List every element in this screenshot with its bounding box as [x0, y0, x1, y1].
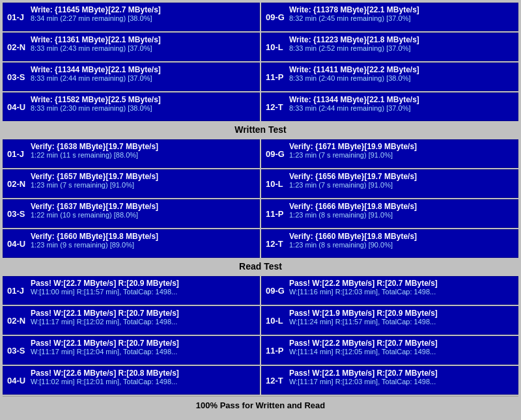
pass-section: 01-JPass! W:[22.7 MByte/s] R:[20.9 MByte…: [3, 276, 518, 395]
cell-line2: 8:33 min (2:43 min remaining) [37.0%]: [31, 44, 255, 52]
cell-12-t: 12-TVerify: {1660 MByte}[19.8 MByte/s]1:…: [261, 229, 518, 258]
cell-line1: Pass! W:[22.1 MByte/s] R:[20.7 MByte/s]: [31, 309, 255, 318]
written-test-header: Written Test: [3, 121, 518, 138]
cell-line1: Write: {11378 MByte}[22.1 MByte/s]: [289, 5, 514, 14]
cell-line1: Write: {11645 MByte}[22.7 MByte/s]: [31, 5, 255, 14]
cell-02-n: 02-NWrite: {11361 MByte}[22.1 MByte/s]8:…: [3, 33, 260, 61]
verify-grid: 01-JVerify: {1638 MByte}[19.7 MByte/s]1:…: [3, 139, 518, 258]
cell-device-id: 11-P: [266, 72, 289, 82]
cell-line1: Pass! W:[22.1 MByte/s] R:[20.7 MByte/s]: [289, 369, 514, 378]
cell-device-id: 12-T: [266, 239, 289, 249]
write-grid: 01-JWrite: {11645 MByte}[22.7 MByte/s]8:…: [3, 3, 518, 121]
cell-line1: Verify: {1671 MByte}[19.9 MByte/s]: [289, 142, 514, 151]
cell-12-t: 12-TPass! W:[22.1 MByte/s] R:[20.7 MByte…: [261, 366, 518, 395]
cell-10-l: 10-LWrite: {11223 MByte}[21.8 MByte/s]8:…: [261, 33, 518, 61]
cell-device-id: 11-P: [266, 346, 289, 356]
cell-device-id: 02-N: [7, 179, 31, 189]
cell-line2: 1:22 min (11 s remaining) [88.0%]: [31, 151, 255, 159]
cell-09-g: 09-GVerify: {1671 MByte}[19.9 MByte/s]1:…: [261, 139, 518, 168]
cell-line2: 8:33 min (2:44 min remaining) [37.0%]: [31, 74, 255, 82]
main-container: 01-JWrite: {11645 MByte}[22.7 MByte/s]8:…: [0, 0, 521, 417]
cell-device-id: 10-L: [266, 42, 289, 52]
cell-device-id: 03-S: [7, 346, 31, 356]
cell-line1: Verify: {1660 MByte}[19.8 MByte/s]: [289, 232, 514, 241]
cell-line2: W:[11:24 min] R:[11:57 min], TotalCap: 1…: [289, 318, 514, 326]
cell-line1: Verify: {1660 MByte}[19.8 MByte/s]: [31, 232, 255, 241]
cell-device-id: 04-U: [7, 376, 31, 385]
footer-status: 100% Pass for Written and Read: [3, 396, 518, 414]
cell-10-l: 10-LPass! W:[21.9 MByte/s] R:[20.9 MByte…: [261, 306, 518, 335]
cell-device-id: 01-J: [7, 286, 31, 296]
cell-line2: W:[11:17 min] R:[12:02 min], TotalCap: 1…: [31, 318, 255, 326]
cell-device-id: 03-S: [7, 209, 31, 219]
cell-02-n: 02-NVerify: {1657 MByte}[19.7 MByte/s]1:…: [3, 169, 260, 198]
cell-device-id: 03-S: [7, 72, 31, 82]
cell-device-id: 02-N: [7, 42, 31, 52]
cell-line2: W:[11:17 min] R:[12:04 min], TotalCap: 1…: [31, 348, 255, 356]
cell-line2: 8:32 min (2:45 min remaining) [37.0%]: [289, 14, 514, 22]
cell-line1: Verify: {1656 MByte}[19.7 MByte/s]: [289, 172, 514, 181]
cell-line1: Write: {11344 MByte}[22.1 MByte/s]: [289, 95, 514, 104]
cell-line2: 1:23 min (8 s remaining) [90.0%]: [289, 241, 514, 249]
cell-device-id: 04-U: [7, 102, 31, 112]
cell-09-g: 09-GWrite: {11378 MByte}[22.1 MByte/s]8:…: [261, 3, 518, 31]
cell-04-u: 04-UVerify: {1660 MByte}[19.8 MByte/s]1:…: [3, 229, 260, 258]
cell-03-s: 03-SPass! W:[22.1 MByte/s] R:[20.7 MByte…: [3, 336, 260, 365]
cell-line1: Pass! W:[22.1 MByte/s] R:[20.7 MByte/s]: [31, 339, 255, 348]
cell-line1: Write: {11223 MByte}[21.8 MByte/s]: [289, 35, 514, 44]
cell-line2: 8:33 min (2:44 min remaining) [37.0%]: [289, 104, 514, 112]
cell-line2: 1:23 min (7 s remaining) [91.0%]: [289, 181, 514, 189]
cell-line2: W:[11:14 min] R:[12:05 min], TotalCap: 1…: [289, 348, 514, 356]
cell-02-n: 02-NPass! W:[22.1 MByte/s] R:[20.7 MByte…: [3, 306, 260, 335]
cell-line1: Pass! W:[22.7 MByte/s] R:[20.9 MByte/s]: [31, 279, 255, 288]
cell-line1: Verify: {1637 MByte}[19.7 MByte/s]: [31, 202, 255, 211]
cell-01-j: 01-JVerify: {1638 MByte}[19.7 MByte/s]1:…: [3, 139, 260, 168]
cell-line2: W:[11:17 min] R:[12:03 min], TotalCap: 1…: [289, 378, 514, 385]
cell-line1: Write: {11582 MByte}[22.5 MByte/s]: [31, 95, 255, 104]
cell-line2: 1:23 min (9 s remaining) [89.0%]: [31, 241, 255, 249]
cell-01-j: 01-JPass! W:[22.7 MByte/s] R:[20.9 MByte…: [3, 276, 260, 305]
cell-line2: 8:33 min (2:52 min remaining) [37.0%]: [289, 44, 514, 52]
cell-line1: Write: {11361 MByte}[22.1 MByte/s]: [31, 35, 255, 44]
cell-device-id: 11-P: [266, 209, 289, 219]
cell-04-u: 04-UWrite: {11582 MByte}[22.5 MByte/s]8:…: [3, 92, 260, 121]
cell-line2: 8:33 min (2:30 min remaining) [38.0%]: [31, 104, 255, 112]
pass-grid: 01-JPass! W:[22.7 MByte/s] R:[20.9 MByte…: [3, 276, 518, 395]
cell-line1: Pass! W:[22.2 MByte/s] R:[20.7 MByte/s]: [289, 279, 514, 288]
cell-line1: Pass! W:[21.9 MByte/s] R:[20.9 MByte/s]: [289, 309, 514, 318]
cell-line2: 1:23 min (7 s remaining) [91.0%]: [31, 181, 255, 189]
cell-09-g: 09-GPass! W:[22.2 MByte/s] R:[20.7 MByte…: [261, 276, 518, 305]
cell-device-id: 10-L: [266, 179, 289, 189]
cell-line1: Verify: {1666 MByte}[19.8 MByte/s]: [289, 202, 514, 211]
cell-line1: Verify: {1638 MByte}[19.7 MByte/s]: [31, 142, 255, 151]
cell-device-id: 04-U: [7, 239, 31, 249]
cell-11-p: 11-PPass! W:[22.2 MByte/s] R:[20.7 MByte…: [261, 336, 518, 365]
cell-device-id: 09-G: [266, 286, 289, 296]
cell-device-id: 09-G: [266, 149, 289, 159]
cell-03-s: 03-SWrite: {11344 MByte}[22.1 MByte/s]8:…: [3, 63, 260, 91]
cell-device-id: 02-N: [7, 316, 31, 326]
cell-device-id: 09-G: [266, 12, 289, 22]
cell-04-u: 04-UPass! W:[22.6 MByte/s] R:[20.8 MByte…: [3, 366, 260, 395]
cell-11-p: 11-PWrite: {11411 MByte}[22.2 MByte/s]8:…: [261, 63, 518, 91]
cell-line2: W:[11:02 min] R:[12:01 min], TotalCap: 1…: [31, 378, 255, 385]
cell-line2: 1:22 min (10 s remaining) [88.0%]: [31, 211, 255, 219]
cell-line1: Verify: {1657 MByte}[19.7 MByte/s]: [31, 172, 255, 181]
cell-device-id: 01-J: [7, 149, 31, 159]
cell-line1: Pass! W:[22.6 MByte/s] R:[20.8 MByte/s]: [31, 369, 255, 378]
cell-11-p: 11-PVerify: {1666 MByte}[19.8 MByte/s]1:…: [261, 199, 518, 228]
cell-line2: W:[11:16 min] R:[12:03 min], TotalCap: 1…: [289, 288, 514, 296]
cell-line1: Pass! W:[22.2 MByte/s] R:[20.7 MByte/s]: [289, 339, 514, 348]
cell-12-t: 12-TWrite: {11344 MByte}[22.1 MByte/s]8:…: [261, 92, 518, 121]
read-test-header: Read Test: [3, 258, 518, 275]
cell-line2: 1:23 min (8 s remaining) [91.0%]: [289, 211, 514, 219]
write-section: 01-JWrite: {11645 MByte}[22.7 MByte/s]8:…: [3, 3, 518, 138]
cell-03-s: 03-SVerify: {1637 MByte}[19.7 MByte/s]1:…: [3, 199, 260, 228]
cell-device-id: 10-L: [266, 316, 289, 326]
cell-line1: Write: {11344 MByte}[22.1 MByte/s]: [31, 65, 255, 74]
cell-line1: Write: {11411 MByte}[22.2 MByte/s]: [289, 65, 514, 74]
verify-section: 01-JVerify: {1638 MByte}[19.7 MByte/s]1:…: [3, 139, 518, 275]
cell-device-id: 01-J: [7, 12, 31, 22]
cell-line2: 8:34 min (2:27 min remaining) [38.0%]: [31, 14, 255, 22]
cell-line2: W:[11:00 min] R:[11:57 min], TotalCap: 1…: [31, 288, 255, 296]
